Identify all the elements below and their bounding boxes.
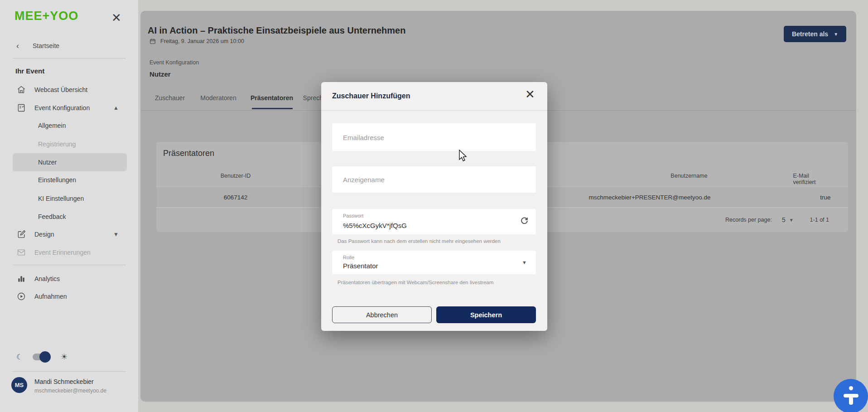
sidebar-item-allgemein[interactable]: Allgemein <box>13 116 127 135</box>
displayname-field[interactable]: Anzeigename <box>332 166 536 193</box>
plus-icon <box>849 386 853 390</box>
home-icon <box>16 85 26 95</box>
col-email-verifiziert: E-Mail verifiziert <box>793 173 830 185</box>
event-title: AI in Action – Praktische Einsatzbeispie… <box>148 25 405 36</box>
chevron-down-icon: ▼ <box>522 260 527 265</box>
calendar-icon <box>149 38 156 44</box>
chevron-down-icon[interactable]: ▼ <box>789 218 794 223</box>
col-benutzer-id: Benutzer-ID <box>221 173 251 179</box>
mouse-cursor <box>458 150 468 164</box>
role-value: Präsentator <box>343 262 378 270</box>
sidebar-item-einstellungen[interactable]: Einstellungen <box>13 171 127 189</box>
records-per-page-label: Records per page: <box>725 217 772 223</box>
sidebar-section-title: Ihr Event <box>15 67 44 75</box>
divider <box>13 265 126 265</box>
divider <box>13 58 126 58</box>
sidebar-item-design[interactable]: Design ▼ <box>13 225 127 243</box>
tab-zuschauer[interactable]: Zuschauer <box>155 94 185 102</box>
cell-benutzer-id: 6067142 <box>224 194 248 201</box>
sidebar-item-label: Event Konfiguration <box>34 104 90 111</box>
cell-email-verifiziert: true <box>820 194 830 201</box>
event-date-row: Freitag, 9. Januar 2026 um 10:00 <box>149 38 244 44</box>
user-profile[interactable]: MS Mandi Schmeckebier mschmeckebier@meet… <box>11 374 129 394</box>
password-label: Passwort <box>343 213 363 218</box>
chevron-up-icon: ▲ <box>113 105 119 111</box>
avatar: MS <box>11 377 27 393</box>
back-to-start[interactable]: ‹ Startseite <box>16 40 125 52</box>
enter-as-button[interactable]: Betreten als ▼ <box>784 26 846 42</box>
divider <box>13 371 126 372</box>
mail-icon <box>16 247 26 257</box>
user-name: Mandi Schmeckebier <box>34 374 106 385</box>
sidebar-item-registrierung: Registrierung <box>13 135 127 153</box>
edit-icon <box>16 229 26 239</box>
add-viewer-dialog: Zuschauer Hinzufügen ✕ Emailadresse Anze… <box>321 82 547 331</box>
theme-toggle-row: ☾ ☀ <box>14 349 104 364</box>
close-icon[interactable]: ✕ <box>111 12 121 24</box>
sidebar-item-aufnahmen[interactable]: Aufnahmen <box>13 287 127 305</box>
theme-switch[interactable] <box>33 354 48 360</box>
role-label: Rolle <box>343 255 354 260</box>
sidebar-item-event-konfiguration[interactable]: Event Konfiguration ▲ <box>13 99 127 117</box>
sidebar-item-nutzer[interactable]: Nutzer <box>13 153 127 171</box>
email-placeholder: Emailadresse <box>343 133 384 141</box>
back-label: Startseite <box>33 42 59 49</box>
sidebar-item-event-erinnerungen: Event Erinnerungen <box>13 243 127 262</box>
pagination-range: 1-1 of 1 <box>810 217 829 223</box>
moon-icon: ☾ <box>16 353 23 361</box>
password-value: %5%cXcGykV*jfQsG <box>343 222 407 229</box>
role-select[interactable]: Rolle Präsentator ▼ <box>332 251 536 274</box>
sidebar-item-analytics[interactable]: Analytics <box>13 270 127 288</box>
switch-knob <box>39 351 51 363</box>
close-icon[interactable]: ✕ <box>525 88 535 100</box>
password-field[interactable]: Passwort %5%cXcGykV*jfQsG <box>332 209 536 234</box>
page-title: Nutzer <box>149 70 171 78</box>
play-circle-icon <box>16 291 26 301</box>
tab-moderatoren[interactable]: Moderatoren <box>200 94 236 102</box>
bar-chart-icon <box>16 274 26 284</box>
active-tab-indicator <box>252 108 293 109</box>
password-helper: Das Passwort kann nach dem erstellen nic… <box>338 238 501 244</box>
sidebar-item-webcast-uebersicht[interactable]: Webcast Übersicht <box>13 81 127 99</box>
sidebar-item-ki-einstellungen[interactable]: KI Einstellungen <box>13 189 127 208</box>
checklist-icon <box>16 103 26 113</box>
regenerate-password-icon[interactable] <box>520 217 529 227</box>
tab-praesentatoren[interactable]: Präsentatoren <box>251 94 293 102</box>
divider <box>321 110 547 111</box>
chevron-down-icon: ▼ <box>113 231 119 238</box>
dialog-title: Zuschauer Hinzufügen <box>332 92 410 100</box>
page-size-select[interactable]: 5 <box>782 216 786 223</box>
sidebar-item-label: Webcast Übersicht <box>34 86 87 93</box>
breadcrumb: Event Konfiguration <box>149 59 199 66</box>
chevron-left-icon: ‹ <box>16 41 19 51</box>
cell-benutzername: mschmeckebier+PRESENTER@meetyoo.de <box>588 194 710 201</box>
cancel-button[interactable]: Abbrechen <box>332 306 432 323</box>
user-email: mschmeckebier@meetyoo.de <box>34 385 106 394</box>
add-fab-button[interactable] <box>834 379 868 412</box>
sun-icon: ☀ <box>61 352 68 362</box>
sidebar-item-feedback[interactable]: Feedback <box>13 208 127 226</box>
app-root: MEE+YOO ✕ ‹ Startseite Ihr Event Webcast… <box>0 0 868 412</box>
email-field[interactable]: Emailadresse <box>332 123 536 151</box>
col-benutzername: Benutzername <box>670 173 707 179</box>
sidebar: MEE+YOO ✕ ‹ Startseite Ihr Event Webcast… <box>0 0 138 412</box>
meetyoo-logo: MEE+YOO <box>14 9 78 23</box>
event-date: Freitag, 9. Januar 2026 um 10:00 <box>160 38 244 44</box>
card-heading: Präsentatoren <box>163 149 214 158</box>
role-helper: Präsentatoren übertragen mit Webcam/Scre… <box>338 280 493 285</box>
displayname-placeholder: Anzeigename <box>343 176 385 184</box>
chevron-down-icon: ▼ <box>834 32 838 37</box>
save-button[interactable]: Speichern <box>436 306 536 323</box>
